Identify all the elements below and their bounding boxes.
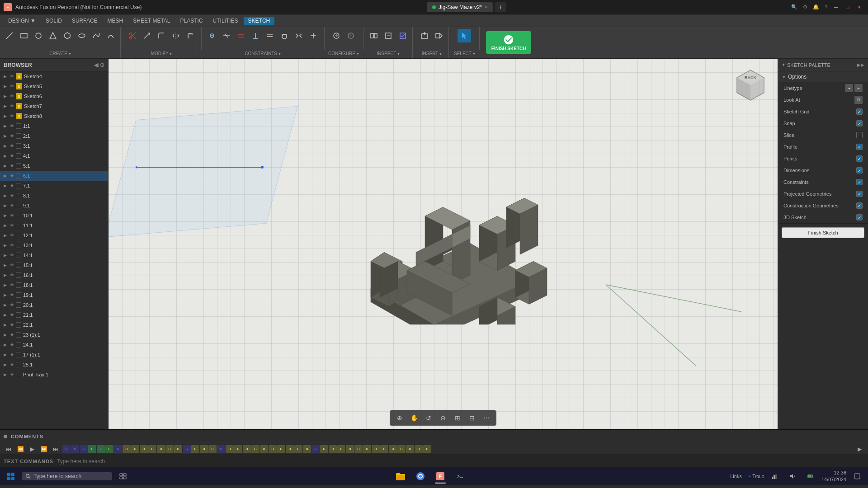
visibility-icon[interactable]: 👁 bbox=[10, 183, 14, 188]
visibility-icon[interactable]: 👁 bbox=[10, 203, 14, 208]
timeline-item-1[interactable]: S bbox=[62, 445, 71, 453]
utilities-mode-button[interactable]: UTILITIES bbox=[208, 17, 243, 25]
timeline-item-38[interactable]: B bbox=[380, 445, 388, 453]
rectangle-tool[interactable] bbox=[17, 29, 31, 42]
browser-item-4-1[interactable]: ▶ 👁 4:1 bbox=[0, 151, 108, 161]
checkbox[interactable] bbox=[16, 352, 21, 357]
anim-play-btn[interactable]: ▶ bbox=[27, 444, 37, 454]
anim-start-btn[interactable]: ⏮ bbox=[4, 444, 14, 454]
timeline-item-9[interactable]: B bbox=[131, 445, 139, 453]
browser-item-sketch8[interactable]: ▶ 👁 S Sketch8 bbox=[0, 111, 108, 121]
arc-tool[interactable] bbox=[104, 29, 118, 42]
look-at-btn[interactable]: ⊡ bbox=[854, 96, 863, 104]
browser-item-sketch7[interactable]: ▶ 👁 S Sketch7 bbox=[0, 101, 108, 111]
horizontal-constraint[interactable] bbox=[307, 29, 320, 42]
volume-icon[interactable] bbox=[785, 469, 800, 483]
parallel-constraint[interactable] bbox=[234, 29, 248, 42]
timeline-item-33[interactable]: B bbox=[337, 445, 345, 453]
tab-close-button[interactable]: × bbox=[485, 5, 487, 9]
slice-checkbox[interactable] bbox=[856, 132, 863, 138]
palette-finish-sketch-button[interactable]: Finish Sketch bbox=[782, 227, 864, 238]
circle-tool[interactable] bbox=[32, 29, 45, 42]
design-mode-button[interactable]: DESIGN ▼ bbox=[4, 17, 40, 25]
constraints-checkbox[interactable]: ✓ bbox=[856, 179, 863, 185]
browser-item-17--1--1[interactable]: ▶ 👁 17 (1):1 bbox=[0, 350, 108, 360]
checkbox[interactable] bbox=[16, 302, 21, 308]
browser-item-12-1[interactable]: ▶ 👁 12:1 bbox=[0, 230, 108, 240]
checkbox[interactable] bbox=[16, 133, 21, 139]
visibility-icon[interactable]: 👁 bbox=[10, 104, 14, 108]
browser-item-sketch6[interactable]: ▶ 👁 S Sketch6 bbox=[0, 91, 108, 101]
vp-orbit-tool[interactable]: ↺ bbox=[422, 412, 435, 424]
timeline-item-8[interactable]: B bbox=[123, 445, 131, 453]
surface-mode-button[interactable]: SURFACE bbox=[67, 17, 102, 25]
checkbox[interactable] bbox=[16, 193, 21, 198]
3d-sketch-checkbox[interactable]: ✓ bbox=[856, 214, 863, 221]
timeline-item-10[interactable]: B bbox=[140, 445, 148, 453]
select-tool[interactable] bbox=[458, 29, 471, 42]
timeline-item-14[interactable]: B bbox=[174, 445, 182, 453]
vp-more-tool[interactable]: ⋯ bbox=[480, 412, 493, 424]
browser-item-6-1[interactable]: ▶ 👁 6:1 bbox=[0, 171, 108, 181]
browser-item-18-1[interactable]: ▶ 👁 18:1 bbox=[0, 280, 108, 290]
construction-geometries-checkbox[interactable]: ✓ bbox=[856, 202, 863, 209]
triangle-tool[interactable] bbox=[46, 29, 60, 42]
maximize-button[interactable]: □ bbox=[844, 4, 851, 10]
scissors-tool[interactable] bbox=[126, 29, 139, 42]
visibility-icon[interactable]: 👁 bbox=[10, 313, 14, 317]
visibility-icon[interactable]: 👁 bbox=[10, 362, 14, 367]
timeline-item-26[interactable]: B bbox=[277, 445, 285, 453]
timeline-item-22[interactable]: B bbox=[243, 445, 251, 453]
browser-item-5-1[interactable]: ▶ 👁 5:1 bbox=[0, 161, 108, 171]
timeline-item-31[interactable]: B bbox=[320, 445, 328, 453]
timeline-item-11[interactable]: B bbox=[148, 445, 156, 453]
system-clock[interactable]: 12:38 14/07/2024 bbox=[821, 469, 846, 483]
windows-start-button[interactable] bbox=[4, 469, 18, 483]
linetype-left-btn[interactable]: ◂ bbox=[845, 84, 853, 92]
visibility-icon[interactable]: 👁 bbox=[10, 323, 14, 327]
vp-fit-tool[interactable]: ⊕ bbox=[393, 412, 406, 424]
timeline-item-6[interactable]: E bbox=[105, 445, 113, 453]
inspect-tool-1[interactable] bbox=[367, 29, 381, 42]
tangent-constraint[interactable] bbox=[278, 29, 291, 42]
visibility-icon[interactable]: 👁 bbox=[10, 124, 14, 128]
dimensions-checkbox[interactable]: ✓ bbox=[856, 167, 863, 174]
extend-tool[interactable] bbox=[140, 29, 154, 42]
timeline-item-37[interactable]: B bbox=[372, 445, 380, 453]
checkbox[interactable] bbox=[16, 183, 21, 188]
task-view-button[interactable] bbox=[116, 469, 130, 483]
timeline-item-41[interactable]: B bbox=[406, 445, 414, 453]
timeline-item-19[interactable]: S bbox=[217, 445, 225, 453]
insert-tool-2[interactable] bbox=[432, 29, 446, 42]
visibility-icon[interactable]: 👁 bbox=[10, 243, 14, 248]
anim-next-btn[interactable]: ⏩ bbox=[39, 444, 49, 454]
timeline-item-34[interactable]: B bbox=[346, 445, 354, 453]
visibility-icon[interactable]: 👁 bbox=[10, 233, 14, 238]
timeline-item-23[interactable]: B bbox=[251, 445, 259, 453]
checkbox[interactable] bbox=[16, 123, 21, 129]
line-tool[interactable] bbox=[3, 29, 16, 42]
checkbox[interactable] bbox=[16, 223, 21, 228]
visibility-icon[interactable]: 👁 bbox=[10, 74, 14, 79]
timeline-item-27[interactable]: B bbox=[286, 445, 294, 453]
active-tab[interactable]: Jig-Saw Maze v2* × bbox=[427, 2, 493, 12]
browser-item-13-1[interactable]: ▶ 👁 13:1 bbox=[0, 240, 108, 250]
equal-constraint[interactable] bbox=[263, 29, 277, 42]
coincident-constraint[interactable] bbox=[205, 29, 219, 42]
browser-item-24-1[interactable]: ▶ 👁 24:1 bbox=[0, 340, 108, 350]
browser-item-23--1--1[interactable]: ▶ 👁 23 (1):1 bbox=[0, 330, 108, 340]
visibility-icon[interactable]: 👁 bbox=[10, 333, 14, 337]
vp-grid-tool[interactable]: ⊞ bbox=[451, 412, 464, 424]
linetype-right-btn[interactable]: ▸ bbox=[854, 84, 863, 92]
browser-item-3-1[interactable]: ▶ 👁 3:1 bbox=[0, 141, 108, 151]
browser-item-9-1[interactable]: ▶ 👁 9:1 bbox=[0, 201, 108, 211]
browser-item-16-1[interactable]: ▶ 👁 16:1 bbox=[0, 270, 108, 280]
taskbar-search[interactable] bbox=[22, 472, 112, 480]
file-explorer-icon[interactable] bbox=[392, 468, 410, 484]
visibility-icon[interactable]: 👁 bbox=[10, 343, 14, 347]
checkbox[interactable] bbox=[16, 342, 21, 347]
browser-item-21-1[interactable]: ▶ 👁 21:1 bbox=[0, 310, 108, 320]
insert-tool-1[interactable] bbox=[418, 29, 431, 42]
visibility-icon[interactable]: 👁 bbox=[10, 223, 14, 228]
sheet-metal-mode-button[interactable]: SHEET METAL bbox=[128, 17, 175, 25]
